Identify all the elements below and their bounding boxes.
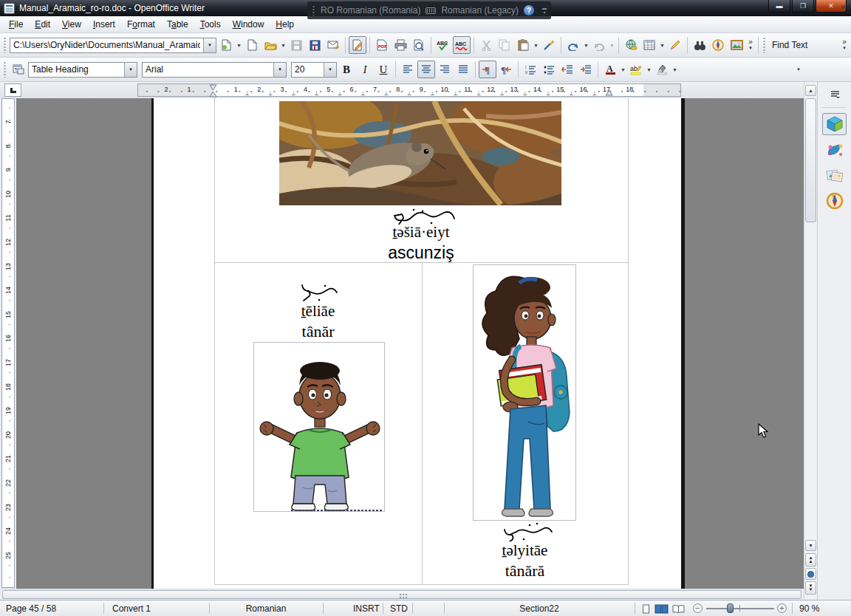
romanian-word-2[interactable]: tânăr [214,322,422,341]
scroll-down-icon[interactable]: ▼ [805,540,816,551]
sidebar-properties-button[interactable] [822,113,847,135]
formatting-overflow-button[interactable]: ▼ [794,66,803,73]
mouse-in-twigs-photo[interactable] [279,101,561,205]
align-center-button[interactable] [417,61,435,78]
increase-indent-button[interactable] [577,61,595,78]
export-pdf-button[interactable]: PDF [373,36,391,54]
right-to-left-button[interactable]: ¶ [497,61,515,78]
font-color-caret[interactable]: ▼ [620,67,626,72]
horizontal-ruler[interactable]: 21123456789101112131415161718⊥⊥⊥⊥⊥⊥⊥⊥⊥⊥⊥… [137,83,681,97]
font-color-button[interactable]: A [601,61,619,78]
font-size-combobox[interactable]: ▼ [291,62,337,78]
undo-button[interactable] [564,36,582,54]
insert-table-button[interactable] [640,36,658,54]
transliteration-3[interactable]: ṯəlyitāe [422,541,628,560]
load-url-combobox[interactable]: ▼ [10,38,216,53]
menu-help[interactable]: Help [270,17,300,32]
table-dropdown-caret[interactable]: ▼ [659,43,666,48]
styles-panel-button[interactable]: ¶ [10,61,27,78]
font-name-combobox[interactable]: ▼ [142,62,287,78]
scroll-up-icon[interactable]: ▲ [805,85,816,96]
restore-button[interactable]: ❐ [792,0,814,13]
view-single-page-button[interactable] [641,604,651,616]
menu-edit[interactable]: Edit [29,17,56,32]
horizontal-scroll-thumb[interactable] [2,590,802,599]
document-workspace[interactable]: ṯəšiā·eiyt ascunziş ṯēliāe tânăr [16,98,804,589]
sidebar-styles-button[interactable] [822,140,847,162]
edit-file-button[interactable] [349,36,366,54]
new-from-template-button[interactable] [217,36,235,54]
sidebar-settings-button[interactable] [825,88,844,101]
view-multi-page-button[interactable] [655,604,669,616]
girl-cartoon-image[interactable] [473,264,576,521]
tab-type-selector[interactable] [4,83,21,97]
paste-dropdown-caret[interactable]: ▼ [533,43,539,48]
romanian-word-1[interactable]: ascunziş [214,243,628,263]
horizontal-scrollbar[interactable] [1,589,804,600]
menu-table[interactable]: Table [161,17,194,32]
minimize-button[interactable]: ▬ [768,0,790,13]
bold-button[interactable]: B [338,61,355,78]
sidebar-gallery-button[interactable] [822,165,847,187]
syriac-word[interactable] [214,282,422,301]
auto-spellcheck-button[interactable]: ABC [453,36,471,54]
undo-dropdown-caret[interactable]: ▼ [583,43,589,48]
page-style-field[interactable]: Convert 1 [112,603,151,614]
language-bar[interactable]: RO Romanian (Romania) Romanian (Legacy) … [307,1,551,19]
highlighting-button[interactable]: ab [627,61,645,78]
menu-tools[interactable]: Tools [194,17,227,32]
font-dropdown[interactable]: ▼ [273,63,286,77]
menu-insert[interactable]: Insert [87,17,121,32]
document-close-icon[interactable]: × [840,2,846,13]
numbered-list-button[interactable]: III [522,61,539,78]
sidebar-navigator-button[interactable]: N [822,190,847,212]
menu-window[interactable]: Window [227,17,270,32]
indent-marker[interactable] [209,84,217,97]
previous-page-button[interactable]: ▲▲ [805,553,816,567]
navigation-dot-button[interactable] [805,568,816,580]
zoom-in-icon[interactable]: + [777,603,787,613]
language-secondary[interactable]: Romanian (Legacy) [441,5,519,16]
romanian-word-3[interactable]: tânără [422,561,628,581]
language-primary[interactable]: RO Romanian (Romania) [321,5,420,16]
underline-button[interactable]: U [375,61,392,78]
format-paintbrush-button[interactable] [540,36,558,54]
gallery-button[interactable] [728,36,745,54]
zoom-value-field[interactable]: 90 % [799,603,819,614]
print-button[interactable] [392,36,409,54]
email-button[interactable] [324,36,342,54]
open-button[interactable] [262,36,279,54]
load-url-input[interactable] [10,38,203,52]
find-toolbar-grip[interactable] [762,37,766,53]
view-book-button[interactable] [672,604,685,616]
selection-mode-field[interactable]: STD [390,603,408,614]
paste-button[interactable] [514,36,532,54]
toolbar-grip-2[interactable] [3,61,7,78]
paragraph-style-input[interactable] [29,63,124,77]
toolbar-overflow-button[interactable]: »▼ [746,38,755,52]
save-as-button[interactable] [306,36,324,54]
new-dropdown-caret[interactable]: ▼ [236,43,242,48]
next-page-button[interactable]: ▼▼ [805,581,816,595]
zoom-slider-track[interactable] [706,608,774,609]
toolbar-grip[interactable] [3,37,7,53]
transliteration-2[interactable]: ṯēliāe [214,302,422,321]
load-url-dropdown[interactable]: ▼ [203,38,216,52]
menu-view[interactable]: View [56,17,87,32]
draw-functions-button[interactable] [666,36,684,54]
zoom-out-icon[interactable]: − [693,603,703,613]
new-document-button[interactable] [243,36,261,54]
insert-mode-field[interactable]: INSRT [353,603,380,614]
open-dropdown-caret[interactable]: ▼ [280,43,287,48]
zoom-slider-thumb[interactable] [727,603,734,613]
hyperlink-button[interactable] [622,36,640,54]
menu-format[interactable]: Format [121,17,161,32]
font-name-input[interactable] [143,63,273,77]
boy-cartoon-image[interactable] [253,342,385,512]
align-left-button[interactable] [399,61,417,78]
syriac-word[interactable] [214,205,628,225]
syriac-word[interactable] [422,521,628,541]
bullet-list-button[interactable] [540,61,558,78]
italic-button[interactable]: I [356,61,374,78]
transliteration-1[interactable]: ṯəšiā·eiyt [214,223,628,242]
